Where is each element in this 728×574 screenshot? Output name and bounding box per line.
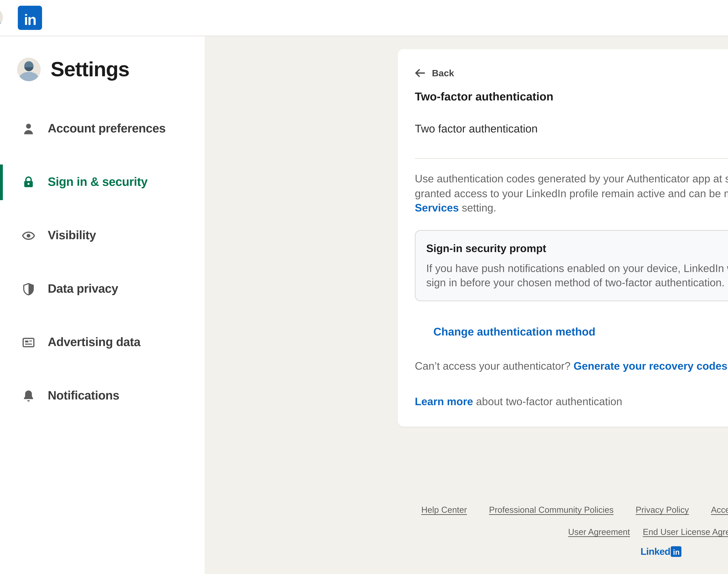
sidebar-item-label: Visibility xyxy=(48,229,96,243)
avatar-body-shape xyxy=(0,20,1,27)
main-layout: Settings Account preferences Sign in & s… xyxy=(0,36,728,574)
sidebar-item-sign-in-security[interactable]: Sign in & security xyxy=(0,164,204,200)
back-label: Back xyxy=(432,68,454,78)
linkedin-footer-logo[interactable]: Linked in xyxy=(641,546,682,557)
card-title: Two-factor authentication xyxy=(415,90,728,104)
sidebar-item-visibility[interactable]: Visibility xyxy=(0,218,204,253)
footer-link-end-user-license-agreement[interactable]: End User License Agreement xyxy=(643,527,728,537)
sidebar-nav: Account preferences Sign in & security V… xyxy=(0,111,204,414)
profile-avatar[interactable] xyxy=(0,8,3,27)
arrow-left-icon xyxy=(415,68,425,78)
sidebar-item-label: Account preferences xyxy=(48,122,165,136)
shield-icon xyxy=(22,282,36,296)
page-title: Settings xyxy=(51,57,129,81)
learn-more-link[interactable]: Learn more xyxy=(415,395,473,407)
page-footer: Help Center Professional Community Polic… xyxy=(421,505,728,557)
prompt-box-title: Sign-in security prompt xyxy=(426,241,728,255)
back-button[interactable]: Back xyxy=(415,68,465,78)
lock-icon xyxy=(22,175,36,190)
toggle-row-label: Two factor authentication xyxy=(415,123,538,135)
settings-sidebar: Settings Account preferences Sign in & s… xyxy=(0,36,204,574)
two-factor-toggle-row: Two factor authentication On xyxy=(415,118,728,139)
linkedin-logo-icon[interactable]: in xyxy=(18,6,42,30)
footer-link-user-agreement[interactable]: User Agreement xyxy=(568,527,630,537)
ad-card-icon xyxy=(22,335,36,350)
person-icon xyxy=(22,122,36,136)
footer-link-privacy-policy[interactable]: Privacy Policy xyxy=(636,505,689,515)
sign-in-security-prompt-box: Sign-in security prompt If you have push… xyxy=(415,230,728,301)
recovery-codes-row: Can’t access your authenticator? Generat… xyxy=(415,359,728,373)
sidebar-item-advertising-data[interactable]: Advertising data xyxy=(0,325,204,360)
linkedin-settings-page: in Settings Account preference xyxy=(0,0,728,574)
sidebar-item-data-privacy[interactable]: Data privacy xyxy=(0,271,204,307)
sidebar-header: Settings xyxy=(0,36,204,81)
footer-logo-wordmark: Linked xyxy=(641,546,670,557)
sidebar-item-account-preferences[interactable]: Account preferences xyxy=(0,111,204,147)
prompt-box-body: If you have push notifications enabled o… xyxy=(426,261,728,290)
learn-more-suffix: about two-factor authentication xyxy=(473,395,622,407)
footer-logo-in-icon: in xyxy=(671,546,682,557)
learn-more-row: Learn more about two-factor authenticati… xyxy=(415,394,728,408)
footer-link-help-center[interactable]: Help Center xyxy=(421,505,467,515)
sidebar-item-label: Data privacy xyxy=(48,282,118,296)
eye-icon xyxy=(22,229,36,243)
sidebar-item-label: Sign in & security xyxy=(48,175,148,190)
divider xyxy=(415,158,728,159)
footer-links-row-1: Help Center Professional Community Polic… xyxy=(421,505,728,515)
footer-link-accessibility[interactable]: Accessibility xyxy=(711,505,728,515)
sidebar-item-label: Notifications xyxy=(48,389,119,403)
top-bar: in xyxy=(0,0,728,36)
linkedin-logo-text: in xyxy=(24,12,36,30)
bell-icon xyxy=(22,389,36,403)
change-authentication-method-button[interactable]: Change authentication method xyxy=(433,324,596,339)
description-after: setting. xyxy=(459,202,496,214)
footer-link-professional-community-policies[interactable]: Professional Community Policies xyxy=(489,505,614,515)
two-factor-card: Back Two-factor authentication Two facto… xyxy=(398,49,728,426)
generate-recovery-codes-link[interactable]: Generate your recovery codes. xyxy=(574,359,728,371)
sidebar-item-notifications[interactable]: Notifications xyxy=(0,378,204,414)
sidebar-item-label: Advertising data xyxy=(48,335,140,350)
content-area: Back Two-factor authentication Two facto… xyxy=(204,36,728,574)
description-before: Use authentication codes generated by yo… xyxy=(415,172,728,199)
footer-links-row-2: User Agreement End User License Agreemen… xyxy=(568,527,728,537)
description-text: Use authentication codes generated by yo… xyxy=(415,172,728,215)
recovery-question: Can’t access your authenticator? xyxy=(415,359,574,371)
settings-avatar-icon xyxy=(17,57,41,81)
